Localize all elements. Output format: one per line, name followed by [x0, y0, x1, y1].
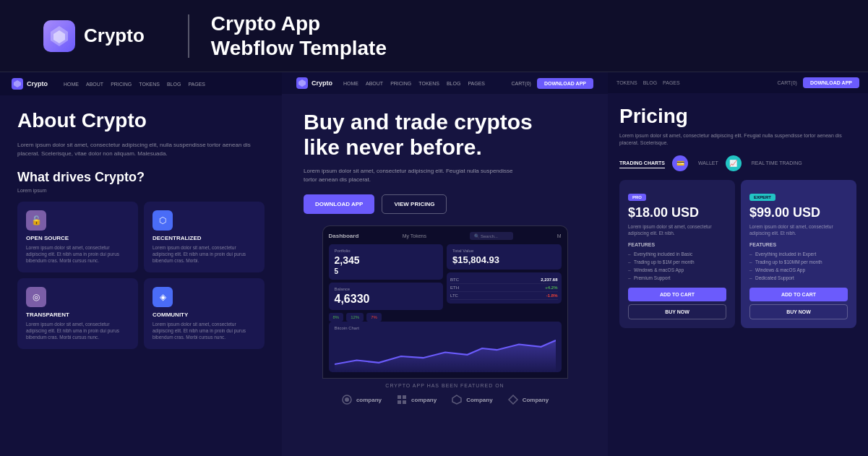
community-title: COMMUNITY — [152, 311, 256, 318]
transparent-icon: ◎ — [26, 287, 46, 307]
dash-row-2-label: ETH — [450, 285, 459, 290]
center-nav-logo-icon — [296, 77, 308, 89]
center-nav-tokens[interactable]: TOKENS — [418, 81, 439, 86]
dash-stat-1-label: Portfolio — [335, 249, 438, 253]
dashboard-mockup: Dashboard My Tokens 🔍 Search... M Portfo… — [296, 225, 593, 379]
company-2-icon — [396, 394, 408, 405]
expert-feature-1: Everything included in Expert — [749, 250, 848, 258]
left-nav-pages[interactable]: PAGES — [188, 82, 205, 87]
pricing-title: Pricing — [619, 105, 856, 128]
company-1: company — [341, 394, 382, 405]
pro-add-to-cart-button[interactable]: ADD TO CART — [628, 288, 726, 301]
dash-big-value: Total Value $15,804.93 — [447, 244, 562, 270]
header-divider — [188, 14, 189, 58]
left-nav-pricing[interactable]: PRICING — [111, 82, 132, 87]
expert-add-to-cart-button[interactable]: ADD TO CART — [749, 288, 848, 301]
pricing-cards: PRO $18.00 USD Lorem ipsum dolor sit ame… — [619, 180, 856, 328]
company-2: company — [396, 394, 437, 405]
company-4: Company — [507, 394, 549, 405]
open-source-desc: Lorem ipsum dolor sit amet, consectetur … — [26, 244, 129, 264]
svg-rect-11 — [398, 400, 401, 404]
center-nav-pricing[interactable]: PRICING — [390, 81, 411, 86]
transparent-title: TRANSPARENT — [26, 311, 129, 318]
center-cart-text[interactable]: CART(0) — [511, 81, 530, 86]
dash-percentages: 8% 12% 7% — [329, 313, 444, 322]
expert-buy-now-button[interactable]: BUY NOW — [749, 304, 848, 319]
dash-stat-2-value: 4,6330 — [335, 293, 438, 306]
pro-badge: PRO — [628, 194, 646, 201]
dash-row-3-val: -1.8% — [546, 293, 558, 298]
left-nav-logo-text: Crypto — [27, 80, 48, 87]
left-nav-blog[interactable]: BLOG — [167, 82, 181, 87]
center-nav-pages[interactable]: PAGES — [468, 81, 485, 86]
open-source-title: OPEN SOURCE — [26, 235, 129, 241]
right-nav-right: CART(0) DOWNLOAD APP — [777, 77, 859, 88]
hero-desc: Lorem ipsum dolor sit amet, consectetur … — [304, 167, 520, 184]
svg-rect-10 — [403, 395, 406, 399]
logo-icon — [43, 20, 75, 52]
decentralized-title: DECENTRALIZED — [152, 235, 256, 241]
download-app-button[interactable]: DOWNLOAD APP — [304, 194, 374, 214]
features-grid: 🔓 OPEN SOURCE Lorem ipsum dolor sit amet… — [17, 202, 265, 350]
pricing-desc: Lorem ipsum dolor sit amet, consectetur … — [619, 132, 856, 147]
dash-table: BTC 2,237.68 ETH +4.2% LTC -1.8% — [447, 272, 562, 304]
dash-title: Dashboard — [329, 233, 359, 239]
feature-card-transparent: ◎ TRANSPARENT Lorem ipsum dolor sit amet… — [17, 278, 138, 349]
center-nav-logo: Crypto — [296, 77, 332, 89]
dash-search[interactable]: 🔍 Search... — [470, 232, 513, 240]
right-cart-text[interactable]: CART(0) — [777, 80, 796, 85]
center-nav-links: HOME ABOUT PRICING TOKENS BLOG PAGES — [343, 81, 485, 86]
community-desc: Lorem ipsum dolor sit amet, consectetur … — [152, 321, 256, 340]
pro-price: $18.00 USD — [628, 205, 726, 220]
main-content: Crypto HOME ABOUT PRICING TOKENS BLOG PA… — [0, 72, 868, 456]
about-title: About Crypto — [17, 110, 265, 132]
left-nav-tokens[interactable]: TOKENS — [139, 82, 160, 87]
feature-card-decentralized: ⬡ DECENTRALIZED Lorem ipsum dolor sit am… — [144, 202, 265, 272]
expert-feature-2: Trading up to $10MM per month — [749, 258, 848, 266]
pro-plan-buttons: ADD TO CART BUY NOW — [628, 288, 726, 319]
tab-trading-charts[interactable]: TRADING CHARTS — [619, 158, 665, 168]
pro-buy-now-button[interactable]: BUY NOW — [628, 304, 726, 319]
left-panel: Crypto HOME ABOUT PRICING TOKENS BLOG PA… — [0, 72, 282, 456]
right-nav-links: TOKENS BLOG PAGES — [616, 80, 680, 85]
center-nav-about[interactable]: ABOUT — [366, 81, 383, 86]
center-nav-home[interactable]: HOME — [343, 81, 358, 86]
center-nav-logo-text: Crypto — [311, 79, 332, 87]
expert-desc: Lorem ipsum dolor sit amet, consectetur … — [749, 223, 848, 236]
pricing-card-pro: PRO $18.00 USD Lorem ipsum dolor sit ame… — [619, 180, 735, 328]
dash-chart: Bitcoin Chart — [329, 322, 562, 372]
dash-subtitle: My Tokens — [403, 233, 426, 238]
company-4-icon — [507, 394, 519, 405]
real-time-tab-icon: 📈 — [726, 155, 742, 171]
right-download-btn[interactable]: DOWNLOAD APP — [803, 77, 859, 88]
dash-row-2: ETH +4.2% — [450, 284, 558, 292]
dash-header: Dashboard My Tokens 🔍 Search... M — [329, 232, 562, 240]
right-nav-blog[interactable]: BLOG — [643, 80, 657, 85]
company-2-name: company — [411, 397, 437, 403]
left-nav-home[interactable]: HOME — [64, 82, 79, 87]
center-download-btn[interactable]: DOWNLOAD APP — [537, 78, 593, 89]
dash-stat-1-value: 2,345 — [335, 254, 438, 266]
company-1-name: company — [356, 397, 382, 403]
right-nav-tokens[interactable]: TOKENS — [616, 80, 637, 85]
dash-stat-badge: 5 — [335, 267, 438, 275]
wallet-tab-icon: 💳 — [672, 155, 688, 171]
expert-feature-4: Dedicated Support — [749, 274, 848, 282]
pricing-tabs: TRADING CHARTS 💳 WALLET 📈 REAL TIME TRAD… — [619, 155, 856, 171]
pricing-card-expert: EXPERT $99.00 USD Lorem ipsum dolor sit … — [741, 180, 856, 328]
tab-wallet[interactable]: WALLET — [698, 158, 718, 168]
center-nav-blog[interactable]: BLOG — [447, 81, 460, 86]
about-section: About Crypto Lorem ipsum dolor sit amet,… — [0, 95, 282, 363]
tab-real-time[interactable]: REAL TIME TRADING — [752, 158, 802, 168]
header: Crypto Crypto App Webflow Template — [0, 0, 868, 72]
view-pricing-button[interactable]: VIEW PRICING — [382, 194, 447, 214]
company-3-icon — [451, 394, 463, 405]
decentralized-desc: Lorem ipsum dolor sit amet, consectetur … — [152, 244, 256, 264]
hero-title: Buy and trade cryptos like never before. — [304, 110, 586, 160]
left-nav-about[interactable]: ABOUT — [86, 82, 103, 87]
pct-1: 8% — [329, 313, 344, 322]
right-nav-pages[interactable]: PAGES — [663, 80, 680, 85]
svg-marker-13 — [452, 395, 461, 404]
expert-price: $99.00 USD — [749, 205, 848, 220]
expert-plan-buttons: ADD TO CART BUY NOW — [749, 288, 848, 319]
